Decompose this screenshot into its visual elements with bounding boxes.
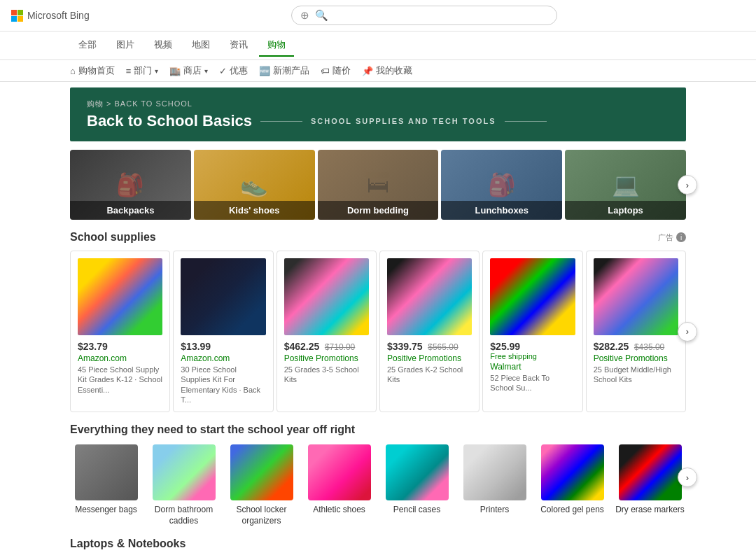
subnav-home[interactable]: ⌂ 购物首页 bbox=[70, 64, 115, 77]
item-dorm-caddies[interactable]: Dorm bathroom caddies bbox=[148, 444, 220, 526]
bing-logo-text: Microsoft Bing bbox=[27, 10, 90, 21]
product-card-1[interactable]: $23.79 Amazon.com 45 Piece School Supply… bbox=[70, 251, 170, 412]
laptops-section: Laptops & Notebooks bbox=[70, 538, 686, 550]
product-desc-6: 25 Budget Middle/High School Kits bbox=[594, 365, 678, 385]
product-price-3: $462.25 $710.00 bbox=[284, 341, 369, 352]
pin-icon: 📌 bbox=[362, 66, 373, 76]
product-price-4: $339.75 $565.00 bbox=[387, 341, 472, 352]
item-label-messenger: Messenger bags bbox=[75, 505, 137, 516]
original-price-4: $565.00 bbox=[428, 342, 458, 352]
category-laptops[interactable]: 💻 Laptops bbox=[565, 150, 686, 220]
item-printers[interactable]: Printers bbox=[458, 444, 531, 516]
item-img-pens bbox=[541, 444, 604, 500]
subnav-trending-label: 新潮产品 bbox=[273, 64, 309, 77]
school-supplies-title: School supplies bbox=[70, 231, 156, 244]
item-img-caddy bbox=[153, 444, 216, 500]
subnav-home-label: 购物首页 bbox=[78, 64, 115, 77]
item-athletic-shoes[interactable]: Athletic shoes bbox=[303, 444, 375, 516]
tab-news[interactable]: 资讯 bbox=[221, 34, 256, 57]
product-image-2 bbox=[181, 258, 265, 335]
info-icon[interactable]: i bbox=[676, 232, 686, 242]
sub-nav: ⌂ 购物首页 ≡ 部门 ▾ 🏬 商店 ▾ ✓ 优惠 🆕 新潮产品 🏷 随价 📌 … bbox=[0, 60, 756, 82]
items-row: Messenger bags Dorm bathroom caddies Sch… bbox=[70, 444, 686, 526]
product-card-3[interactable]: $462.25 $710.00 Positive Promotions 25 G… bbox=[276, 251, 377, 412]
product-price-1: $23.79 bbox=[78, 341, 162, 352]
products-row: $23.79 Amazon.com 45 Piece School Supply… bbox=[70, 251, 686, 412]
subnav-trending[interactable]: 🆕 新潮产品 bbox=[259, 64, 309, 77]
laptops-title: Laptops & Notebooks bbox=[70, 538, 686, 550]
item-label-pens: Colored gel pens bbox=[540, 505, 604, 516]
new-icon: 🆕 bbox=[259, 66, 270, 76]
tab-all[interactable]: 全部 bbox=[70, 34, 105, 57]
school-supplies-section: School supplies 广告 i $23.79 Amazon.com 4… bbox=[70, 231, 686, 412]
everything-section: Everything they need to start the school… bbox=[70, 423, 686, 526]
category-backpacks[interactable]: 🎒 Backpacks bbox=[70, 150, 191, 220]
items-next-arrow[interactable]: › bbox=[678, 468, 697, 487]
camera-icon[interactable]: ⊕ bbox=[300, 9, 309, 22]
product-image-6 bbox=[594, 258, 678, 335]
subnav-stores[interactable]: 🏬 商店 ▾ bbox=[169, 64, 208, 77]
item-gel-pens[interactable]: Colored gel pens bbox=[536, 444, 608, 516]
item-locker-organizers[interactable]: School locker organizers bbox=[225, 444, 298, 526]
item-messenger-bags[interactable]: Messenger bags bbox=[70, 444, 142, 516]
product-image-5 bbox=[490, 258, 575, 335]
subnav-store-label: 商店 bbox=[183, 64, 202, 77]
search-bar: ⊕ 🔍 bbox=[104, 6, 745, 25]
item-label-pencil: Pencil cases bbox=[393, 505, 440, 516]
product-image-3 bbox=[284, 258, 369, 335]
banner-title-text: Back to School Basics bbox=[87, 112, 252, 130]
search-input-wrapper[interactable]: ⊕ 🔍 bbox=[291, 6, 557, 25]
subnav-departments[interactable]: ≡ 部门 ▾ bbox=[126, 64, 159, 77]
tab-maps[interactable]: 地图 bbox=[183, 34, 218, 57]
check-icon: ✓ bbox=[219, 66, 227, 76]
product-store-1: Amazon.com bbox=[78, 353, 162, 363]
home-icon: ⌂ bbox=[70, 66, 76, 76]
price-value-4: $339.75 bbox=[387, 341, 423, 352]
category-shoes[interactable]: 👟 Kids' shoes bbox=[194, 150, 315, 220]
search-icon[interactable]: 🔍 bbox=[315, 9, 328, 22]
item-img-messenger bbox=[75, 444, 138, 500]
logo-sq2 bbox=[18, 10, 23, 15]
item-dry-erase[interactable]: Dry erase markers bbox=[614, 444, 686, 516]
item-img-printer bbox=[463, 444, 526, 500]
subnav-favorites-label: 我的收藏 bbox=[376, 64, 412, 77]
category-bedding[interactable]: 🛏 Dorm bedding bbox=[318, 150, 439, 220]
item-label-markers: Dry erase markers bbox=[615, 505, 685, 516]
category-label-lunchboxes: Lunchboxes bbox=[441, 201, 562, 220]
product-image-4 bbox=[387, 258, 472, 335]
product-price-2: $13.99 bbox=[181, 341, 265, 352]
tab-images[interactable]: 图片 bbox=[108, 34, 143, 57]
category-lunchboxes[interactable]: 🎒 Lunchboxes bbox=[441, 150, 562, 220]
price-value-5: $25.99 bbox=[490, 341, 520, 352]
product-desc-4: 25 Grades K-2 School Kits bbox=[387, 365, 472, 385]
product-desc-3: 25 Grades 3-5 School Kits bbox=[284, 365, 369, 385]
item-img-shoes bbox=[308, 444, 371, 500]
product-card-6[interactable]: $282.25 $435.00 Positive Promotions 25 B… bbox=[586, 251, 686, 412]
logo-sq3 bbox=[11, 16, 17, 22]
bing-logo: Microsoft Bing bbox=[11, 10, 90, 22]
chevron-down-icon: ▾ bbox=[155, 67, 158, 75]
subnav-deals-label: 优惠 bbox=[230, 64, 248, 77]
product-card-2[interactable]: $13.99 Amazon.com 30 Piece School Suppli… bbox=[173, 251, 273, 412]
product-store-6: Positive Promotions bbox=[594, 353, 678, 363]
subnav-price-label: 随价 bbox=[332, 64, 351, 77]
ad-label: 广告 bbox=[658, 232, 673, 243]
tab-shopping[interactable]: 购物 bbox=[259, 34, 294, 57]
item-pencil-cases[interactable]: Pencil cases bbox=[381, 444, 453, 516]
product-store-3: Positive Promotions bbox=[284, 353, 369, 363]
product-desc-1: 45 Piece School Supply Kit Grades K-12 ·… bbox=[78, 365, 162, 395]
subnav-favorites[interactable]: 📌 我的收藏 bbox=[362, 64, 412, 77]
product-image-1 bbox=[78, 258, 162, 335]
section-header-supplies: School supplies 广告 i bbox=[70, 231, 686, 244]
subnav-dept-label: 部门 bbox=[134, 64, 152, 77]
tab-video[interactable]: 视频 bbox=[146, 34, 181, 57]
item-img-markers bbox=[619, 444, 682, 500]
subnav-price[interactable]: 🏷 随价 bbox=[321, 64, 351, 77]
subnav-deals[interactable]: ✓ 优惠 bbox=[219, 64, 248, 77]
products-next-arrow[interactable]: › bbox=[678, 322, 697, 342]
header: Microsoft Bing ⊕ 🔍 bbox=[0, 0, 756, 31]
product-store-4: Positive Promotions bbox=[387, 353, 472, 363]
product-card-4[interactable]: $339.75 $565.00 Positive Promotions 25 G… bbox=[379, 251, 479, 412]
product-card-5[interactable]: $25.99 Free shipping Walmart 52 Piece Ba… bbox=[482, 251, 582, 412]
category-next-arrow[interactable]: › bbox=[678, 175, 697, 195]
